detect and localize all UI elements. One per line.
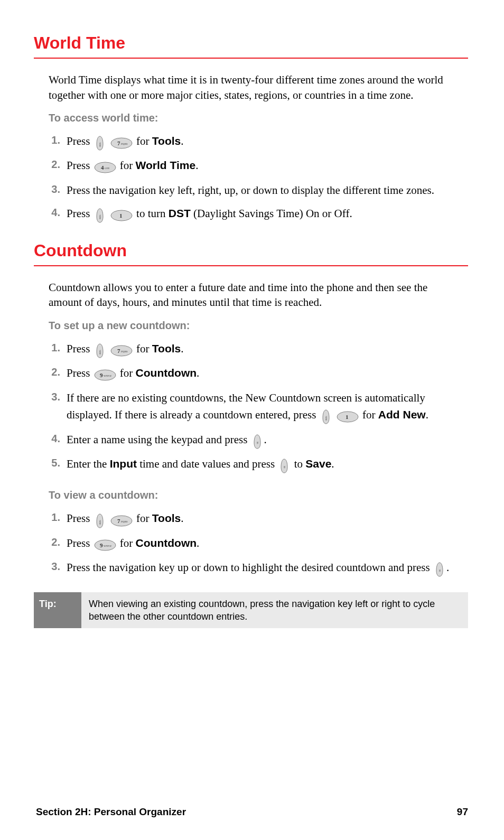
step-body: Press the navigation key up or down to h… <box>67 559 463 577</box>
svg-text:9: 9 <box>100 372 103 378</box>
svg-text:PQRS: PQRS <box>121 143 128 145</box>
step-body: Press MENU 1 to turn DST (Daylight Savin… <box>67 205 463 223</box>
svg-text:MENU: MENU <box>99 142 101 147</box>
svg-text:MENU: MENU <box>99 214 101 219</box>
step-num: 2. <box>49 365 67 379</box>
step-num: 3. <box>49 389 67 404</box>
step-body: Press MENU 7PQRS for Tools. <box>67 340 463 358</box>
step-num: 4. <box>49 205 67 220</box>
section-heading-countdown: Countdown <box>34 239 468 262</box>
ok-key-icon: OK <box>278 456 291 474</box>
step-body: Enter a name using the keypad and press … <box>67 431 463 449</box>
svg-text:GHI: GHI <box>105 167 109 170</box>
key-4-icon: 4GHI <box>94 158 117 175</box>
menu-key-icon: MENU <box>94 341 106 359</box>
step-num: 2. <box>49 157 67 172</box>
key-9-icon: 9WXYZ <box>94 536 117 553</box>
subhead-view-countdown: To view a countdown: <box>49 488 468 502</box>
menu-key-icon: MENU <box>320 407 332 425</box>
steps-view-countdown: 1. Press MENU 7PQRS for Tools. 2. Press … <box>49 510 463 577</box>
svg-text:PQRS: PQRS <box>121 350 128 353</box>
subhead-access-world-time: To access world time: <box>49 111 468 125</box>
step-body: If there are no existing countdowns, the… <box>67 389 463 425</box>
steps-setup-countdown: 1. Press MENU 7PQRS for Tools. 2. Press … <box>49 340 463 474</box>
tip-box: Tip: When viewing an existing countdown,… <box>34 592 468 629</box>
step-body: Press the navigation key left, right, up… <box>67 182 463 199</box>
svg-text:9: 9 <box>100 542 103 548</box>
step-body: Press 4GHI for World Time. <box>67 157 463 175</box>
svg-text:WXYZ: WXYZ <box>104 545 111 547</box>
key-9-icon: 9WXYZ <box>94 366 117 383</box>
ok-key-icon: OK <box>433 560 446 577</box>
step-num: 1. <box>49 133 67 147</box>
svg-text:MENU: MENU <box>325 415 328 421</box>
step-body: Press 9WXYZ for Countdown. <box>67 365 463 382</box>
intro-world-time: World Time displays what time it is in t… <box>49 72 463 102</box>
svg-text:7: 7 <box>117 348 120 354</box>
step-body: Press MENU 7PQRS for Tools. <box>67 510 463 528</box>
svg-text:7: 7 <box>117 140 120 146</box>
step-body: Press 9WXYZ for Countdown. <box>67 535 463 553</box>
menu-key-icon: MENU <box>94 134 106 151</box>
svg-text:PQRS: PQRS <box>121 520 128 523</box>
svg-text:WXYZ: WXYZ <box>104 375 111 377</box>
svg-text:7: 7 <box>117 518 120 524</box>
step-num: 4. <box>49 431 67 446</box>
key-7-icon: 7PQRS <box>110 134 133 151</box>
key-7-icon: 7PQRS <box>110 341 133 359</box>
svg-text:4: 4 <box>101 164 104 171</box>
step-num: 1. <box>49 340 67 355</box>
menu-key-icon: MENU <box>94 206 106 223</box>
footer-section: Section 2H: Personal Organizer <box>36 805 186 819</box>
menu-key-icon: MENU <box>94 511 106 528</box>
svg-text:1: 1 <box>346 414 349 420</box>
ok-key-icon: OK <box>251 432 264 449</box>
svg-text:MENU: MENU <box>99 349 101 354</box>
step-num: 3. <box>49 182 67 197</box>
heading-rule <box>34 265 468 266</box>
page-footer: Section 2H: Personal Organizer 97 <box>36 805 468 819</box>
section-heading-world-time: World Time <box>34 32 468 54</box>
subhead-setup-countdown: To set up a new countdown: <box>49 319 468 333</box>
footer-page-number: 97 <box>457 805 468 819</box>
step-body: Enter the Input time and date values and… <box>67 455 463 473</box>
key-1-icon: 1 <box>110 206 133 223</box>
key-1-icon: 1 <box>336 407 359 425</box>
tip-label: Tip: <box>34 592 81 629</box>
svg-text:MENU: MENU <box>99 519 101 524</box>
step-num: 3. <box>49 559 67 574</box>
key-7-icon: 7PQRS <box>110 511 133 528</box>
tip-text: When viewing an existing countdown, pres… <box>81 592 468 629</box>
svg-text:1: 1 <box>119 212 123 219</box>
step-num: 5. <box>49 455 67 470</box>
heading-rule <box>34 58 468 59</box>
step-num: 2. <box>49 535 67 549</box>
steps-world-time: 1. Press MENU 7PQRS for Tools. 2. Press … <box>49 133 463 223</box>
step-body: Press MENU 7PQRS for Tools. <box>67 133 463 151</box>
intro-countdown: Countdown allows you to enter a future d… <box>49 280 463 310</box>
step-num: 1. <box>49 510 67 525</box>
